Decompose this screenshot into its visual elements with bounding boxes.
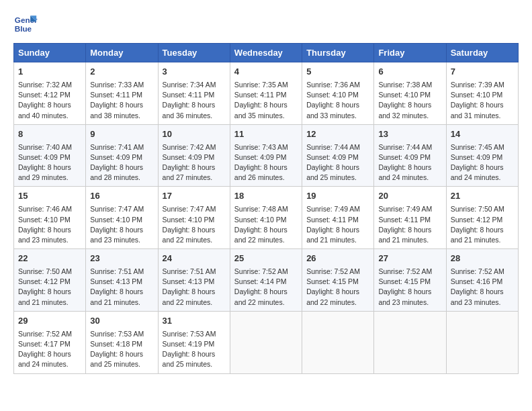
day-of-week-header: Monday (86, 44, 158, 62)
day-number: 9 (90, 128, 153, 141)
calendar-cell: 22Sunrise: 7:50 AMSunset: 4:12 PMDayligh… (14, 249, 86, 312)
calendar-cell: 12Sunrise: 7:44 AMSunset: 4:09 PMDayligh… (302, 124, 374, 187)
day-number: 8 (18, 128, 81, 141)
day-number: 3 (163, 66, 226, 79)
calendar-cell: 24Sunrise: 7:51 AMSunset: 4:13 PMDayligh… (158, 249, 230, 312)
day-number: 21 (451, 190, 514, 203)
calendar-cell: 25Sunrise: 7:52 AMSunset: 4:14 PMDayligh… (230, 249, 302, 312)
day-number: 4 (234, 66, 298, 79)
calendar-cell: 2Sunrise: 7:33 AMSunset: 4:11 PMDaylight… (86, 62, 158, 125)
logo: General Blue (13, 11, 40, 35)
calendar-cell (446, 311, 518, 373)
day-number: 11 (234, 128, 298, 141)
calendar-cell: 31Sunrise: 7:53 AMSunset: 4:19 PMDayligh… (158, 311, 230, 373)
day-number: 31 (163, 315, 226, 328)
calendar-cell: 19Sunrise: 7:49 AMSunset: 4:11 PMDayligh… (302, 187, 374, 249)
day-of-week-header: Sunday (14, 44, 86, 62)
calendar-cell: 18Sunrise: 7:48 AMSunset: 4:10 PMDayligh… (230, 187, 302, 249)
day-number: 17 (163, 190, 226, 203)
calendar-cell: 8Sunrise: 7:40 AMSunset: 4:09 PMDaylight… (14, 124, 86, 187)
calendar-cell: 15Sunrise: 7:46 AMSunset: 4:10 PMDayligh… (14, 187, 86, 249)
calendar-cell: 16Sunrise: 7:47 AMSunset: 4:10 PMDayligh… (86, 187, 158, 249)
day-number: 19 (306, 190, 369, 203)
calendar-cell: 3Sunrise: 7:34 AMSunset: 4:11 PMDaylight… (158, 62, 230, 125)
calendar-cell: 10Sunrise: 7:42 AMSunset: 4:09 PMDayligh… (158, 124, 230, 187)
calendar-cell: 13Sunrise: 7:44 AMSunset: 4:09 PMDayligh… (374, 124, 446, 187)
logo-icon: General Blue (13, 11, 38, 35)
day-of-week-header: Friday (374, 44, 446, 62)
day-number: 18 (234, 190, 298, 203)
day-of-week-header: Tuesday (158, 44, 230, 62)
day-number: 20 (378, 190, 441, 203)
day-number: 24 (163, 253, 226, 265)
page-header: General Blue (13, 11, 519, 35)
day-number: 12 (306, 128, 369, 141)
day-number: 5 (306, 66, 369, 79)
day-number: 25 (234, 253, 298, 265)
calendar-table: SundayMondayTuesdayWednesdayThursdayFrid… (13, 43, 519, 374)
calendar-cell: 4Sunrise: 7:35 AMSunset: 4:11 PMDaylight… (230, 62, 302, 125)
day-number: 29 (18, 315, 81, 328)
calendar-cell: 20Sunrise: 7:49 AMSunset: 4:11 PMDayligh… (374, 187, 446, 249)
day-number: 15 (18, 190, 81, 203)
calendar-cell: 17Sunrise: 7:47 AMSunset: 4:10 PMDayligh… (158, 187, 230, 249)
calendar-cell: 23Sunrise: 7:51 AMSunset: 4:13 PMDayligh… (86, 249, 158, 312)
day-of-week-header: Wednesday (230, 44, 302, 62)
calendar-cell: 26Sunrise: 7:52 AMSunset: 4:15 PMDayligh… (302, 249, 374, 312)
day-number: 16 (90, 190, 153, 203)
calendar-cell: 11Sunrise: 7:43 AMSunset: 4:09 PMDayligh… (230, 124, 302, 187)
day-number: 23 (90, 253, 153, 265)
day-number: 30 (90, 315, 153, 328)
calendar-cell: 21Sunrise: 7:50 AMSunset: 4:12 PMDayligh… (446, 187, 518, 249)
day-number: 6 (378, 66, 441, 79)
calendar-cell (230, 311, 302, 373)
calendar-cell: 7Sunrise: 7:39 AMSunset: 4:10 PMDaylight… (446, 62, 518, 125)
calendar-cell: 6Sunrise: 7:38 AMSunset: 4:10 PMDaylight… (374, 62, 446, 125)
calendar-cell: 14Sunrise: 7:45 AMSunset: 4:09 PMDayligh… (446, 124, 518, 187)
calendar-cell: 29Sunrise: 7:52 AMSunset: 4:17 PMDayligh… (14, 311, 86, 373)
day-number: 1 (18, 66, 81, 79)
day-number: 10 (163, 128, 226, 141)
calendar-cell (374, 311, 446, 373)
calendar-cell: 27Sunrise: 7:52 AMSunset: 4:15 PMDayligh… (374, 249, 446, 312)
calendar-cell: 5Sunrise: 7:36 AMSunset: 4:10 PMDaylight… (302, 62, 374, 125)
day-number: 7 (451, 66, 514, 79)
svg-text:Blue: Blue (15, 24, 32, 33)
day-number: 13 (378, 128, 441, 141)
calendar-cell (302, 311, 374, 373)
day-number: 14 (451, 128, 514, 141)
day-number: 26 (306, 253, 369, 265)
calendar-cell: 9Sunrise: 7:41 AMSunset: 4:09 PMDaylight… (86, 124, 158, 187)
day-number: 2 (90, 66, 153, 79)
calendar-cell: 30Sunrise: 7:53 AMSunset: 4:18 PMDayligh… (86, 311, 158, 373)
calendar-cell: 28Sunrise: 7:52 AMSunset: 4:16 PMDayligh… (446, 249, 518, 312)
day-number: 22 (18, 253, 81, 265)
day-number: 27 (378, 253, 441, 265)
day-of-week-header: Thursday (302, 44, 374, 62)
day-number: 28 (451, 253, 514, 265)
day-of-week-header: Saturday (446, 44, 518, 62)
calendar-cell: 1Sunrise: 7:32 AMSunset: 4:12 PMDaylight… (14, 62, 86, 125)
